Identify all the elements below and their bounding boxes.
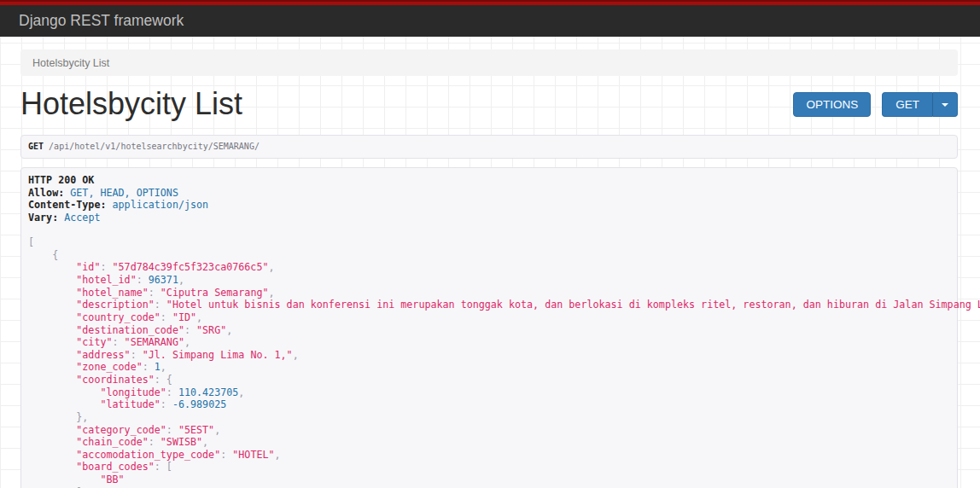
page-title: Hotelsbycity List	[20, 89, 242, 119]
options-button[interactable]: OPTIONS	[793, 92, 871, 117]
get-split-button: GET	[882, 92, 958, 117]
get-dropdown-toggle[interactable]	[932, 92, 958, 117]
response-info: HTTP 200 OK Allow: GET, HEAD, OPTIONS Co…	[20, 167, 958, 488]
response-body: HTTP 200 OK Allow: GET, HEAD, OPTIONS Co…	[28, 174, 980, 488]
navbar-brand[interactable]: Django REST framework	[19, 12, 184, 30]
navbar: Django REST framework	[0, 5, 980, 37]
request-method: GET	[28, 142, 44, 151]
header-row: Hotelsbycity List OPTIONS GET	[20, 89, 958, 119]
request-info: GET /api/hotel/v1/hotelsearchbycity/SEMA…	[20, 135, 958, 159]
breadcrumb: Hotelsbycity List	[20, 49, 958, 76]
breadcrumb-current: Hotelsbycity List	[32, 57, 109, 69]
toolbar: OPTIONS GET	[793, 92, 958, 117]
main-container: Hotelsbycity List Hotelsbycity List OPTI…	[20, 49, 958, 488]
request-path: /api/hotel/v1/hotelsearchbycity/SEMARANG…	[49, 142, 260, 151]
get-button[interactable]: GET	[882, 92, 932, 117]
caret-down-icon	[942, 103, 948, 107]
